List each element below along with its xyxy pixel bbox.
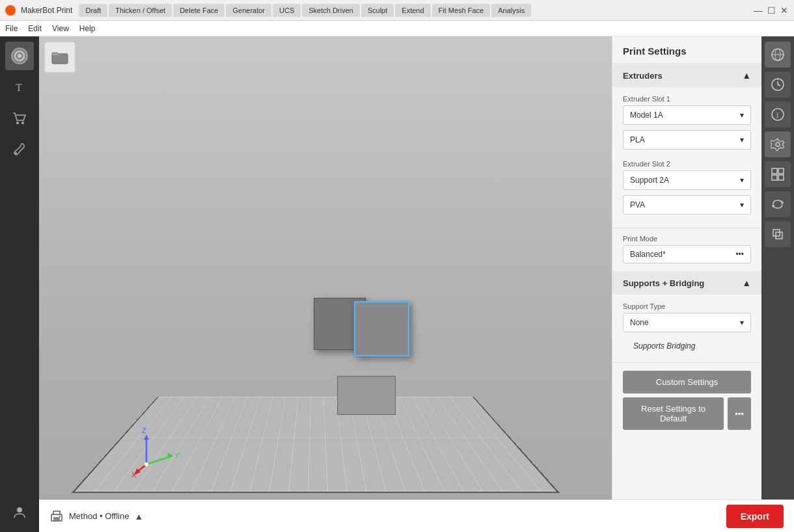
- extruders-content: Extruder Slot 1 Model 1A ▾ PLA ▾ Extrude…: [612, 87, 761, 228]
- svg-rect-31: [772, 175, 777, 180]
- slot2-model-dropdown[interactable]: Support 2A ▾: [623, 170, 751, 190]
- info-button[interactable]: i: [765, 101, 791, 127]
- bottom-bar: Method • Offline ▲ Export: [39, 499, 794, 532]
- export-button[interactable]: Export: [726, 505, 784, 528]
- slot1-model-dropdown[interactable]: Model 1A ▾: [623, 105, 751, 125]
- svg-line-12: [146, 457, 171, 464]
- globe-icon: [771, 47, 785, 62]
- svg-text:i: i: [776, 111, 779, 120]
- axis-indicator: Z Y X: [130, 425, 182, 480]
- reset-row: Reset Settings to Default •••: [623, 397, 751, 430]
- menu-bar: File Edit View Help: [0, 21, 794, 36]
- status-chevron-icon[interactable]: ▲: [134, 511, 143, 522]
- menu-view[interactable]: View: [52, 24, 69, 33]
- sidebar-user-icon[interactable]: [5, 498, 34, 527]
- svg-text:T: T: [16, 82, 22, 93]
- app-logo: [5, 5, 16, 16]
- svg-text:X: X: [131, 471, 137, 477]
- slot2-material-chevron-icon: ▾: [740, 200, 744, 209]
- extruders-chevron-icon: ▲: [742, 70, 751, 81]
- menu-file[interactable]: File: [5, 24, 18, 33]
- tab-analysis[interactable]: Analysis: [491, 4, 531, 17]
- slot2-model-value: Support 2A: [630, 176, 669, 185]
- right-icon-bar: i: [761, 36, 794, 532]
- reset-settings-button[interactable]: Reset Settings to Default: [623, 397, 724, 430]
- sidebar-wrench-icon[interactable]: [5, 135, 34, 164]
- svg-marker-13: [167, 453, 173, 459]
- extruders-section-header[interactable]: Extruders ▲: [612, 64, 761, 87]
- axis-svg: Z Y X: [130, 425, 182, 477]
- tab-fit-mesh[interactable]: Fit Mesh Face: [432, 4, 491, 17]
- clock-icon: [771, 77, 785, 92]
- sidebar-makerbot-icon[interactable]: [5, 42, 34, 70]
- action-buttons: Custom Settings Reset Settings to Defaul…: [612, 362, 761, 438]
- info-icon: i: [771, 107, 785, 122]
- custom-settings-button[interactable]: Custom Settings: [623, 371, 751, 393]
- layers-button[interactable]: [765, 221, 791, 247]
- globe-button[interactable]: [765, 42, 791, 68]
- slot2-material-dropdown[interactable]: PVA ▾: [623, 195, 751, 215]
- refresh-button[interactable]: [765, 191, 791, 217]
- svg-point-2: [18, 54, 21, 58]
- minimize-button[interactable]: —: [754, 6, 763, 15]
- menu-help[interactable]: Help: [79, 24, 96, 33]
- svg-rect-32: [778, 175, 784, 180]
- sidebar-text-icon[interactable]: T: [5, 73, 34, 101]
- grid-icon: [771, 167, 785, 181]
- print-settings-panel: Print Settings Extruders ▲ Extruder Slot…: [612, 36, 761, 532]
- supports-chevron-icon: ▲: [742, 278, 751, 288]
- slot1-material-dropdown[interactable]: PLA ▾: [623, 130, 751, 150]
- extruders-label: Extruders: [623, 71, 663, 81]
- printer-status: Method • Offline ▲: [49, 509, 720, 524]
- sidebar-cart-icon[interactable]: [5, 104, 34, 133]
- svg-point-18: [144, 462, 148, 466]
- tab-bar: MakerBot Print Draft Thicken / Offset De…: [5, 4, 754, 17]
- clock-button[interactable]: [765, 72, 791, 98]
- layers-icon: [771, 227, 785, 241]
- viewport[interactable]: Z Y X: [39, 36, 612, 532]
- tab-ucs[interactable]: UCS: [273, 4, 301, 17]
- print-mode-value-text: Balanced*: [630, 250, 666, 259]
- tab-draft[interactable]: Draft: [79, 4, 107, 17]
- support-type-dropdown[interactable]: None ▾: [623, 313, 751, 332]
- title-bar: MakerBot Print Draft Thicken / Offset De…: [0, 0, 794, 21]
- supports-content: Support Type None ▾ Supports Bridging: [612, 295, 761, 362]
- grid-button[interactable]: [765, 161, 791, 187]
- settings-button[interactable]: [765, 131, 791, 157]
- slot1-material-value: PLA: [630, 135, 645, 144]
- maximize-button[interactable]: ☐: [767, 6, 776, 15]
- printer-status-text: Method • Offline: [69, 511, 129, 521]
- 3d-object-rect[interactable]: [337, 376, 396, 415]
- print-mode-label: Print Mode: [623, 235, 751, 243]
- tab-thicken[interactable]: Thicken / Offset: [109, 4, 172, 17]
- app-title: MakerBot Print: [21, 6, 72, 15]
- open-folder-button[interactable]: [44, 42, 75, 73]
- svg-rect-30: [778, 168, 784, 174]
- supports-section-header[interactable]: Supports + Bridging ▲: [612, 271, 761, 295]
- svg-point-6: [15, 152, 17, 154]
- panel-title: Print Settings: [612, 36, 761, 64]
- tab-sculpt[interactable]: Sculpt: [361, 4, 394, 17]
- slot1-material-chevron-icon: ▾: [740, 135, 744, 144]
- svg-rect-36: [776, 232, 782, 239]
- supports-bridging-note: Supports Bridging: [623, 338, 751, 354]
- window-controls: — ☐ ✕: [754, 6, 789, 15]
- main-layout: T: [0, 36, 794, 532]
- print-mode-dropdown[interactable]: Balanced* •••: [623, 245, 751, 263]
- cart-svg: [12, 111, 27, 126]
- user-svg: [12, 505, 27, 520]
- support-type-value: None: [630, 318, 649, 327]
- text-svg: T: [12, 80, 27, 94]
- wrench-svg: [12, 142, 27, 157]
- support-type-chevron-icon: ▾: [740, 318, 744, 327]
- tab-delete-face[interactable]: Delete Face: [173, 4, 225, 17]
- tab-sketch-driven[interactable]: Sketch Driven: [302, 4, 359, 17]
- reset-dots-button[interactable]: •••: [728, 397, 751, 430]
- svg-rect-8: [52, 54, 68, 64]
- svg-line-24: [778, 85, 780, 86]
- 3d-object-cube2[interactable]: [354, 301, 409, 356]
- tab-generator[interactable]: Generator: [226, 4, 271, 17]
- close-button[interactable]: ✕: [780, 6, 789, 15]
- tab-extend[interactable]: Extend: [395, 4, 430, 17]
- menu-edit[interactable]: Edit: [28, 24, 42, 33]
